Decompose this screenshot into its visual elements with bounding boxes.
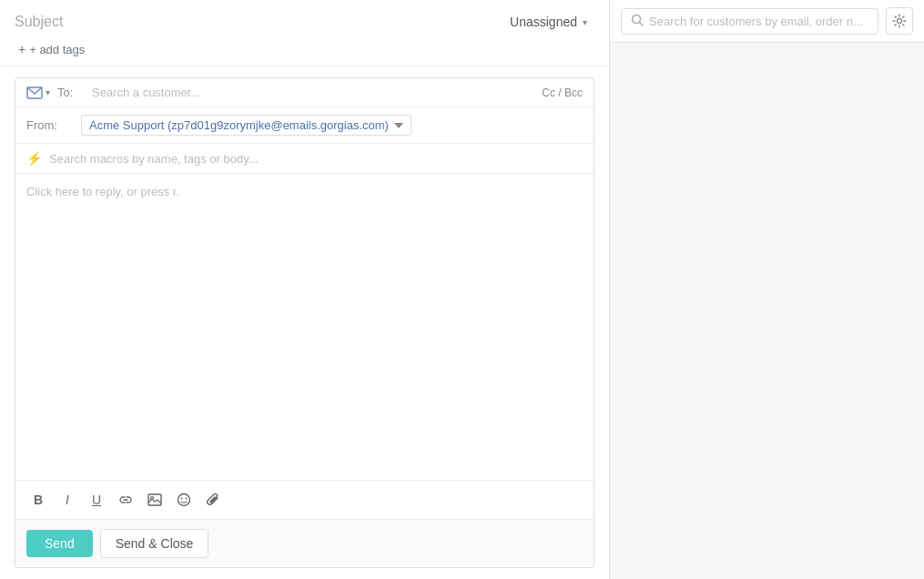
subject-row: Subject Unassigned ▾ bbox=[15, 11, 594, 33]
send-button[interactable]: Send bbox=[26, 530, 93, 557]
compose-area: ▾ To: Cc / Bcc From: Acme Support (zp7d0… bbox=[15, 77, 594, 568]
svg-point-4 bbox=[181, 498, 183, 500]
from-select[interactable]: Acme Support (zp7d01g9zorymjke@emails.go… bbox=[81, 115, 411, 136]
link-icon bbox=[118, 495, 133, 504]
from-label: From: bbox=[26, 118, 74, 132]
add-tags-button[interactable]: + + add tags bbox=[15, 40, 88, 58]
email-type-dropdown-arrow: ▾ bbox=[46, 87, 50, 97]
link-button[interactable] bbox=[114, 488, 137, 512]
right-panel bbox=[610, 0, 924, 579]
attachment-icon bbox=[207, 493, 219, 507]
emoji-icon bbox=[177, 493, 191, 507]
settings-button[interactable] bbox=[886, 7, 913, 35]
add-tags-label: + add tags bbox=[29, 43, 85, 56]
emoji-button[interactable] bbox=[172, 488, 196, 512]
reply-area[interactable]: Click here to reply, or press r. bbox=[15, 174, 594, 480]
email-type-selector[interactable]: ▾ bbox=[26, 86, 50, 99]
header-area: Subject Unassigned ▾ + + add tags bbox=[0, 0, 609, 66]
customer-search-input[interactable] bbox=[649, 15, 868, 28]
customer-search-box[interactable] bbox=[621, 8, 878, 35]
svg-rect-1 bbox=[148, 494, 161, 505]
svg-point-8 bbox=[898, 19, 902, 24]
settings-icon bbox=[892, 14, 907, 28]
plus-icon: + bbox=[18, 42, 25, 56]
send-close-button[interactable]: Send & Close bbox=[100, 529, 209, 558]
search-icon bbox=[631, 14, 644, 29]
svg-line-7 bbox=[640, 22, 644, 25]
bolt-icon: ⚡ bbox=[26, 151, 42, 166]
unassigned-label: Unassigned bbox=[510, 15, 577, 29]
left-panel: Subject Unassigned ▾ + + add tags ▾ T bbox=[0, 0, 610, 579]
reply-hint: Click here to reply, or press r. bbox=[26, 185, 179, 198]
bold-button[interactable]: B bbox=[26, 488, 50, 512]
envelope-icon bbox=[26, 86, 43, 99]
cc-bcc-button[interactable]: Cc / Bcc bbox=[542, 86, 583, 99]
italic-button[interactable]: I bbox=[56, 488, 79, 512]
to-input[interactable] bbox=[92, 86, 534, 99]
to-label: To: bbox=[57, 86, 85, 99]
macros-input[interactable] bbox=[49, 152, 583, 166]
formatting-toolbar: B I U bbox=[15, 480, 594, 519]
subject-title: Subject bbox=[15, 14, 63, 30]
tags-row: + + add tags bbox=[15, 40, 594, 58]
actions-row: Send Send & Close bbox=[15, 519, 594, 567]
svg-point-3 bbox=[178, 494, 190, 506]
image-icon bbox=[147, 493, 162, 506]
from-row: From: Acme Support (zp7d01g9zorymjke@ema… bbox=[15, 107, 594, 144]
underline-button[interactable]: U bbox=[85, 488, 108, 512]
right-header bbox=[610, 0, 924, 43]
macros-row: ⚡ bbox=[15, 144, 594, 174]
to-row: ▾ To: Cc / Bcc bbox=[15, 78, 594, 107]
image-button[interactable] bbox=[143, 488, 167, 512]
unassigned-button[interactable]: Unassigned ▾ bbox=[503, 11, 594, 33]
attachment-button[interactable] bbox=[201, 488, 225, 512]
right-content bbox=[610, 43, 924, 579]
chevron-down-icon: ▾ bbox=[583, 17, 587, 27]
svg-point-5 bbox=[186, 498, 188, 500]
